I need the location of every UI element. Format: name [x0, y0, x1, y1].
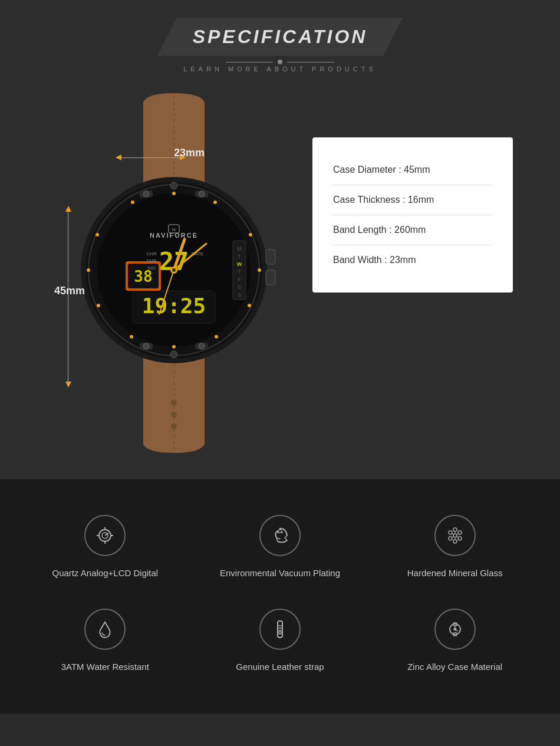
zinc-icon-wrapper	[434, 609, 476, 650]
svg-point-55	[248, 304, 251, 307]
spec-band-length-text: Band Length : 260mm	[333, 225, 426, 235]
mineral-icon	[444, 525, 466, 546]
svg-point-71	[449, 531, 452, 534]
feature-water: 3ATM Water Resistant	[18, 597, 193, 691]
svg-point-2	[171, 400, 177, 406]
label-23mm: 23mm	[174, 147, 205, 159]
svg-text:S: S	[238, 284, 241, 290]
svg-point-13	[143, 343, 149, 349]
svg-point-75	[453, 528, 457, 531]
svg-point-52	[213, 201, 217, 204]
bottom-section: Quartz Analog+LCD Digital Environmental …	[0, 479, 560, 714]
label-45mm: 45mm	[54, 285, 85, 297]
svg-text:S: S	[238, 292, 241, 298]
svg-line-82	[457, 534, 458, 535]
spec-row-band-length: Band Length : 260mm	[333, 215, 492, 245]
feature-zinc: Zinc Alloy Case Material	[367, 597, 542, 691]
water-label: 3ATM Water Resistant	[61, 660, 149, 673]
spec-line-right	[287, 62, 334, 63]
spec-subtitle: LEARN MORE ABOUT PRODUCTS	[12, 65, 548, 73]
svg-text:W: W	[237, 261, 242, 267]
spec-title: SPECIFICATION	[193, 26, 368, 47]
watch-svg-wrapper: 19:25 38 27 CHR TMR SIG DATE M T	[47, 90, 301, 456]
svg-point-58	[130, 335, 133, 339]
spec-band-width-text: Band Width : 23mm	[333, 255, 416, 265]
strap-icon	[269, 619, 291, 640]
svg-text:19:25: 19:25	[142, 294, 206, 318]
svg-point-19	[170, 351, 177, 358]
arrow-down	[65, 382, 71, 387]
vacuum-icon-wrapper	[259, 515, 301, 556]
quartz-label: Quartz Analog+LCD Digital	[52, 567, 158, 579]
glass-icon-wrapper	[434, 515, 476, 556]
arrow-up	[65, 206, 71, 212]
vacuum-label: Environmental Vacuum Plating	[220, 567, 340, 579]
svg-point-93	[454, 629, 456, 630]
spec-row-band-width: Band Width : 23mm	[333, 245, 492, 275]
svg-point-47	[172, 268, 176, 272]
svg-rect-83	[278, 621, 282, 637]
quartz-icon-wrapper	[84, 515, 126, 556]
svg-text:M: M	[237, 246, 242, 252]
svg-point-57	[172, 345, 176, 349]
svg-point-73	[449, 537, 452, 540]
specs-card: Case Diameter : 45mm Case Thickness : 16…	[312, 137, 513, 293]
svg-point-87	[279, 632, 281, 634]
svg-text:CHR: CHR	[146, 251, 157, 257]
water-icon-wrapper	[84, 609, 126, 650]
zinc-icon	[444, 619, 466, 640]
svg-text:N: N	[172, 227, 176, 232]
strap-label: Genuine Leather strap	[236, 660, 324, 673]
feature-quartz: Quartz Analog+LCD Digital	[18, 503, 193, 597]
svg-point-72	[458, 531, 462, 534]
svg-point-51	[172, 192, 176, 195]
spec-dot	[278, 60, 282, 64]
svg-point-62	[131, 201, 134, 204]
svg-line-78	[452, 534, 453, 535]
svg-point-56	[215, 335, 218, 339]
glass-label: Hardened Mineral Glass	[407, 567, 503, 579]
strap-icon-wrapper	[259, 609, 301, 650]
spec-thickness-text: Case Thickness : 16mm	[333, 195, 434, 205]
recycle-icon	[269, 525, 291, 546]
svg-point-61	[95, 233, 99, 236]
feature-strap: Genuine Leather strap	[193, 597, 368, 691]
svg-text:F: F	[238, 277, 241, 282]
svg-point-4	[171, 423, 177, 429]
quartz-icon	[94, 525, 116, 546]
svg-point-53	[249, 233, 252, 236]
svg-line-81	[457, 537, 458, 538]
svg-point-15	[199, 343, 205, 349]
svg-text:TMR: TMR	[146, 258, 157, 264]
watch-area: 23mm 45mm	[12, 90, 548, 456]
spec-line-left	[226, 62, 273, 63]
svg-point-54	[258, 268, 261, 272]
svg-point-59	[97, 304, 100, 307]
svg-rect-17	[266, 270, 275, 285]
spec-row-diameter: Case Diameter : 45mm	[333, 155, 492, 185]
svg-point-70	[453, 534, 457, 537]
svg-line-79	[452, 537, 453, 538]
spec-header: SPECIFICATION LEARN MORE ABOUT PRODUCTS	[12, 18, 548, 73]
top-section: SPECIFICATION LEARN MORE ABOUT PRODUCTS …	[0, 0, 560, 479]
svg-point-3	[171, 412, 177, 418]
svg-point-76	[453, 540, 457, 543]
svg-point-11	[199, 191, 205, 197]
svg-point-74	[458, 537, 462, 540]
watch-container: 23mm 45mm	[47, 90, 301, 456]
svg-text:T: T	[238, 269, 241, 275]
svg-rect-16	[266, 249, 275, 264]
svg-text:T: T	[238, 254, 241, 259]
water-icon	[94, 619, 116, 640]
spec-diameter-text: Case Diameter : 45mm	[333, 165, 430, 175]
svg-point-18	[170, 182, 177, 189]
svg-point-9	[143, 191, 149, 197]
svg-point-60	[87, 268, 90, 272]
spec-row-thickness: Case Thickness : 16mm	[333, 185, 492, 215]
feature-vacuum: Environmental Vacuum Plating	[193, 503, 368, 597]
zinc-label: Zinc Alloy Case Material	[407, 660, 502, 673]
svg-text:SIG: SIG	[147, 265, 156, 271]
feature-glass: Hardened Mineral Glass	[367, 503, 542, 597]
